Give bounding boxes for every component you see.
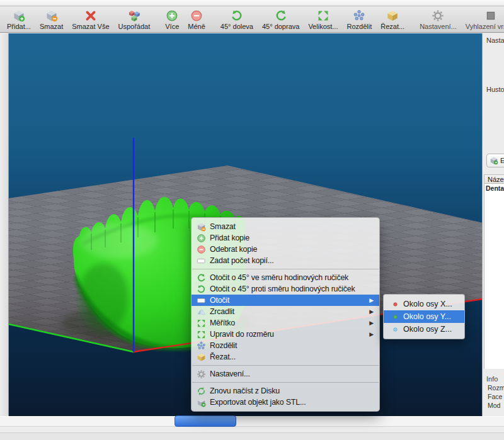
cut-box-icon — [386, 9, 399, 22]
toolbar-button-uspo-dat[interactable]: Uspořádat — [114, 8, 155, 32]
toolbar-button-label: Nastavení... — [420, 23, 457, 30]
menu-item-label: Odebrat kopie — [210, 245, 257, 254]
menu-item-label: Zrcadlit — [210, 307, 234, 316]
submenu-item-okolo-osy-x[interactable]: Okolo osy X... — [384, 298, 464, 310]
toolbar-button-smazat-v-e[interactable]: Smazat Vše — [67, 8, 113, 32]
toolbar-button-label: Přidat... — [7, 23, 31, 30]
toolbar-button-label: Více — [165, 23, 179, 30]
titlebar — [0, 0, 504, 6]
object-list[interactable] — [484, 193, 504, 369]
menu-item-label: Přidat kopie — [210, 234, 249, 242]
menu-item-label: Řezat... — [210, 353, 236, 361]
menu-item-zadat-po-et-kopi[interactable]: Zadat počet kopií... — [192, 255, 379, 266]
toolbar-button-label: Řezat... — [381, 23, 404, 30]
toolbar-button-v-ce[interactable]: Více — [161, 8, 183, 32]
split-dots-icon — [197, 341, 206, 351]
menu-item-zrcadlit[interactable]: Zrcadlit▶ — [192, 306, 379, 317]
info-title: Info — [486, 375, 498, 383]
toolbar-button-label: Rozdělit — [346, 23, 372, 30]
menu-item-znovu-na-st-z-disku[interactable]: Znovu načíst z Disku — [192, 385, 379, 397]
menu-item-label: Upravit do rozměru — [210, 330, 274, 339]
white-rect-icon — [197, 296, 206, 305]
arrange-cubes-icon — [128, 9, 140, 22]
submenu-item-okolo-osy-z[interactable]: Okolo osy Z... — [384, 323, 464, 336]
submenu-arrow-icon: ▶ — [364, 297, 374, 303]
toolbar-button-label: Vyhlazení vrstev — [466, 23, 504, 30]
object-table-header: Název — [484, 174, 504, 184]
menu-item-label: Otočit — [210, 296, 229, 305]
info-row-facets: Face — [488, 393, 502, 400]
toolbar-button-p-idat[interactable]: Přidat... — [3, 8, 35, 32]
rotate-ccw-icon — [231, 9, 243, 22]
toolbar-button-vyhlazen-vrstev[interactable]: Vyhlazení vrstev — [461, 8, 504, 32]
info-row-model: Mod — [488, 402, 500, 409]
submenu-item-label: Okolo osy Y... — [403, 312, 451, 321]
cut-box-icon — [197, 353, 206, 362]
menu-item-label: Otočit o 45° ve směru hodinových ručiček — [210, 273, 348, 282]
dot-green-icon — [391, 313, 399, 321]
menu-item-label: Nastavení... — [210, 369, 250, 378]
menu-item-label: Rozdělit — [210, 341, 237, 350]
cube-minus-icon — [197, 222, 206, 232]
settings-label: Nastav — [486, 37, 504, 44]
toolbar-button-nastaven[interactable]: Nastavení... — [415, 8, 461, 32]
menu-item-label: Exportovat objekt jako STL... — [210, 398, 306, 407]
menu-item-p-idat-kopie[interactable]: Přidat kopie — [192, 232, 379, 244]
toolbar-button-m-n[interactable]: Méně — [183, 8, 210, 32]
menu-item-m-tko[interactable]: Měřítko▶ — [192, 317, 379, 329]
object-row[interactable]: Dental_ — [484, 184, 504, 193]
white-rect-icon — [197, 256, 206, 266]
toolbar-button-label: Velikost... — [308, 23, 338, 30]
export-gcode-button[interactable] — [175, 415, 236, 427]
menu-item-oto-it-o-45-ve-sm-ru-hodinov-ch-ru-i-ek[interactable]: Otočit o 45° ve směru hodinových ručiček — [192, 272, 379, 283]
plus-circle-icon — [166, 9, 178, 22]
toolbar-button-velikost[interactable]: Velikost... — [304, 8, 342, 32]
menu-item-label: Měřítko — [210, 319, 235, 327]
submenu-item-label: Okolo osy X... — [403, 300, 452, 308]
main-toolbar: Přidat...SmazatSmazat VšeUspořádatVíceMé… — [0, 6, 504, 33]
status-bar — [0, 416, 504, 427]
menu-item-upravit-do-rozm-ru[interactable]: Upravit do rozměru▶ — [192, 329, 379, 340]
menu-separator — [192, 365, 379, 366]
menu-item-label: Smazat — [210, 222, 236, 231]
menu-item-smazat[interactable]: Smazat — [192, 221, 379, 232]
window-footer — [0, 432, 504, 440]
menu-item-oto-it-o-45-proti-sm-ru-hodinov-ch-ru-i-ek[interactable]: Otočit o 45° proti směru hodinových ruči… — [192, 283, 379, 295]
menu-item-odebrat-kopie[interactable]: Odebrat kopie — [192, 244, 379, 255]
mirror-icon — [197, 307, 206, 317]
gear-icon — [432, 9, 444, 22]
info-row-size: Rozm — [488, 384, 504, 392]
toolbar-button-45-doleva[interactable]: 45° doleva — [216, 8, 258, 32]
toolbar-button-rozd-lit[interactable]: Rozdělit — [342, 8, 376, 32]
toolbar-button-45-doprava[interactable]: 45° doprava — [258, 8, 304, 32]
export-button-label: E — [500, 157, 504, 164]
rotate-cw-icon — [275, 9, 287, 22]
rotate-submenu: Okolo osy X...Okolo osy Y...Okolo osy Z.… — [383, 294, 465, 339]
red-x-icon — [84, 9, 97, 22]
toolbar-button-smazat[interactable]: Smazat — [35, 8, 67, 32]
slicer-window: Přidat...SmazatSmazat VšeUspořádatVíceMé… — [0, 0, 504, 440]
menu-item-nastaven[interactable]: Nastavení... — [192, 368, 379, 380]
gear-icon — [197, 369, 206, 379]
split-dots-icon — [353, 9, 365, 22]
menu-item-rozd-lit[interactable]: Rozdělit — [192, 340, 379, 351]
menu-separator — [192, 269, 379, 269]
dot-blue-icon — [391, 325, 399, 334]
menu-item-label: Znovu načíst z Disku — [210, 386, 280, 395]
toolbar-button-ezat[interactable]: Řezat... — [376, 8, 409, 32]
menu-item-ezat[interactable]: Řezat... — [192, 351, 379, 363]
left-gutter — [0, 33, 9, 416]
cube-export-icon — [197, 398, 206, 407]
export-button[interactable]: E — [486, 154, 504, 167]
right-panel: Nastav Husto E Název Dental_ Info Rozm F… — [482, 33, 504, 416]
gray-square-icon — [484, 9, 497, 22]
menu-item-oto-it[interactable]: Otočit▶ — [192, 295, 379, 306]
cube-plus-icon — [13, 9, 25, 22]
rotate-ccw-icon — [197, 285, 206, 294]
context-menu: SmazatPřidat kopieOdebrat kopieZadat poč… — [191, 217, 380, 412]
menu-item-exportovat-objekt-jako-stl[interactable]: Exportovat objekt jako STL... — [192, 397, 379, 408]
submenu-item-okolo-osy-y[interactable]: Okolo osy Y... — [384, 310, 464, 323]
dot-red-icon — [391, 300, 399, 308]
plus-circle-icon — [197, 234, 206, 243]
submenu-item-label: Okolo osy Z... — [403, 325, 452, 334]
